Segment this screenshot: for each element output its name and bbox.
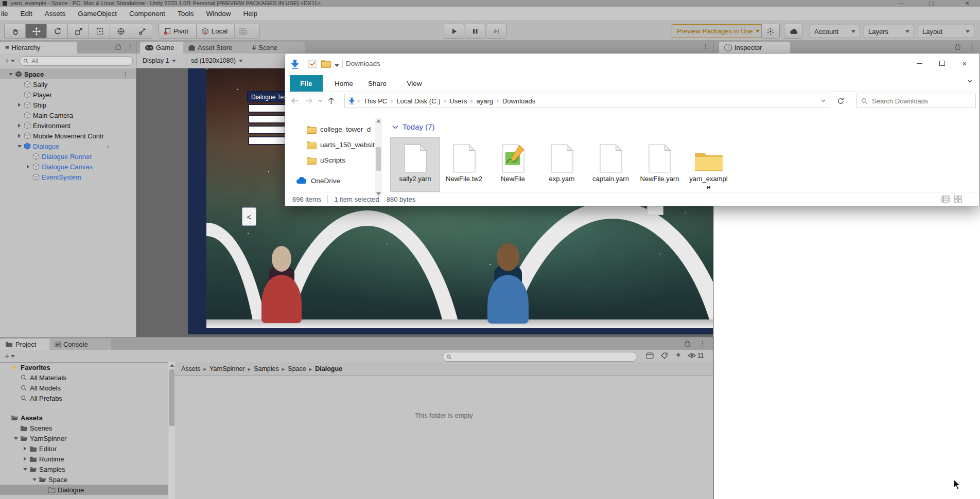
address-downloads[interactable]: Downloads (500, 97, 537, 105)
menu-gameobject[interactable]: GameObject (72, 10, 123, 17)
menu-window[interactable]: Window (200, 10, 237, 17)
expand-arrow-icon[interactable] (18, 134, 21, 138)
project-search-input[interactable] (453, 353, 634, 361)
tab-inspector[interactable]: i Inspector (719, 42, 790, 54)
project-tree-scrollbar[interactable] (168, 362, 176, 499)
grid-snap-button[interactable] (234, 24, 260, 39)
files-group-header[interactable]: Today (7) (392, 122, 435, 131)
unity-minimize-button[interactable]: — (895, 0, 908, 7)
collapse-arrow-icon[interactable] (23, 468, 27, 471)
menu-tools[interactable]: Tools (171, 10, 200, 17)
address-this-pc[interactable]: This PC (361, 97, 389, 105)
expand-arrow-icon[interactable] (24, 457, 26, 461)
lock-icon[interactable] (685, 340, 690, 347)
project-tree-dialogue[interactable]: Dialogue (0, 485, 168, 495)
play-button[interactable] (444, 24, 464, 39)
recent-locations-chevron-icon[interactable] (318, 99, 323, 102)
hierarchy-item-ship[interactable]: Ship (0, 100, 136, 110)
explorer-close-button[interactable]: × (954, 57, 975, 70)
project-tree-assets[interactable]: Assets (0, 413, 168, 423)
project-tree-runtime[interactable]: Runtime (0, 454, 168, 464)
project-search[interactable] (443, 352, 637, 362)
cloud-button[interactable] (784, 24, 802, 39)
expand-arrow-icon[interactable] (24, 447, 26, 451)
file-item-newfile[interactable]: NewFile (488, 138, 537, 191)
project-tree-samples[interactable]: Samples (0, 464, 168, 474)
collapse-arrow-icon[interactable] (14, 437, 18, 440)
file-item-yarn-example[interactable]: yarn_example (684, 138, 733, 191)
address-users[interactable]: Users (447, 97, 469, 105)
file-item-exp-yarn[interactable]: exp.yarn (537, 138, 586, 191)
local-button[interactable]: Local (196, 24, 235, 39)
hidden-packages-toggle[interactable]: 11 (688, 352, 704, 359)
unity-maximize-button[interactable]: ▢ (924, 0, 938, 7)
search-by-type-icon[interactable] (646, 352, 654, 359)
search-by-label-icon[interactable] (661, 352, 668, 360)
project-tree-all-prefabs[interactable]: All Prefabs (0, 393, 168, 403)
address-history-chevron-icon[interactable] (821, 99, 826, 102)
breadcrumb-yarnspinner[interactable]: YarnSpinner (209, 365, 245, 372)
account-dropdown[interactable]: Account (810, 25, 860, 38)
lock-icon[interactable] (955, 43, 960, 50)
resolution-dropdown[interactable]: sd (1920x1080) (188, 56, 246, 66)
pivot-button[interactable]: Pivot (159, 24, 198, 39)
expand-ribbon-chevron-icon[interactable] (967, 79, 973, 83)
qat-customize-chevron-icon[interactable] (335, 63, 339, 67)
move-tool-button[interactable] (25, 24, 47, 39)
breadcrumb-dialogue[interactable]: Dialogue (315, 365, 342, 372)
dialogue-back-button[interactable]: < (242, 207, 256, 226)
ribbon-tab-file[interactable]: File (290, 75, 323, 92)
back-icon[interactable] (290, 97, 299, 105)
project-tree-yarnspinner[interactable]: YarnSpinner (0, 433, 168, 443)
ribbon-tab-share[interactable]: Share (361, 75, 393, 92)
pause-button[interactable] (465, 24, 485, 39)
project-tree-all-materials[interactable]: All Materials (0, 372, 168, 383)
menu-assets[interactable]: Assets (39, 10, 72, 17)
preview-packages-button[interactable]: Preview Packages in Use (672, 24, 765, 38)
file-item-sally2-yarn[interactable]: sally2.yarn (391, 138, 440, 191)
create-button[interactable]: + (2, 351, 18, 361)
hierarchy-item-player[interactable]: Player (0, 90, 136, 100)
sidebar-item-onedrive[interactable]: OneDrive (295, 173, 383, 188)
rect-tool-button[interactable] (89, 24, 110, 39)
hierarchy-item-dialogue[interactable]: Dialogue › (0, 141, 136, 151)
hierarchy-item-space[interactable]: Space ⋮ (0, 69, 136, 79)
explorer-minimize-button[interactable] (909, 57, 930, 70)
up-icon[interactable] (327, 96, 335, 105)
hierarchy-item-mobile-movement-contr[interactable]: Mobile Movement Contr (0, 131, 136, 141)
rotate-tool-button[interactable] (46, 24, 68, 39)
custom-tool-button[interactable] (131, 24, 152, 39)
services-button[interactable] (761, 24, 780, 39)
file-item-captain-yarn[interactable]: captain.yarn (586, 138, 635, 191)
details-view-icon[interactable] (941, 195, 950, 203)
tab-asset-store[interactable]: Asset Store (183, 42, 255, 54)
menu-edit[interactable]: Edit (14, 10, 39, 17)
tab-scene[interactable]: # Scene (247, 42, 305, 54)
breadcrumb-space[interactable]: Space (288, 365, 306, 372)
tab-hierarchy[interactable]: ≡ Hierarchy (0, 42, 77, 54)
project-tree-editor[interactable]: Editor (0, 443, 168, 454)
address-local-disk-c[interactable]: Local Disk (C:) (394, 97, 442, 105)
file-item-newfile-yarn[interactable]: NewFile.yarn (635, 138, 684, 191)
prefab-open-arrow[interactable]: › (107, 142, 109, 150)
lock-icon[interactable] (115, 43, 121, 50)
breadcrumb-samples[interactable]: Samples (254, 365, 279, 372)
ribbon-tab-view[interactable]: View (399, 75, 429, 92)
kebab-menu-icon[interactable]: ⋮ (699, 340, 706, 347)
kebab-menu-icon[interactable]: ⋮ (122, 70, 129, 78)
quick-access-check-icon[interactable] (308, 59, 317, 68)
ribbon-tab-home[interactable]: Home (328, 75, 359, 92)
address-breadcrumb-box[interactable]: › This PC›Local Disk (C:)›Users›ayarg›Do… (344, 94, 830, 108)
sidebar-scrollbar[interactable] (375, 118, 382, 197)
tab-console[interactable]: Console (49, 338, 111, 350)
save-search-star-icon[interactable]: ★ (675, 351, 681, 359)
menu-component[interactable]: Component (123, 10, 171, 17)
kebab-menu-icon[interactable]: ⋮ (127, 43, 133, 50)
project-tree-all-models[interactable]: All Models (0, 383, 168, 393)
project-tree-favorites[interactable]: ★ Favorites (0, 362, 168, 372)
collapse-arrow-icon[interactable] (32, 478, 37, 481)
thumbnail-view-icon[interactable] (954, 195, 962, 203)
layout-dropdown[interactable]: Layout (918, 25, 974, 38)
project-tree-space[interactable]: Space (0, 474, 168, 485)
project-tree-scenes[interactable]: Scenes (0, 423, 168, 433)
